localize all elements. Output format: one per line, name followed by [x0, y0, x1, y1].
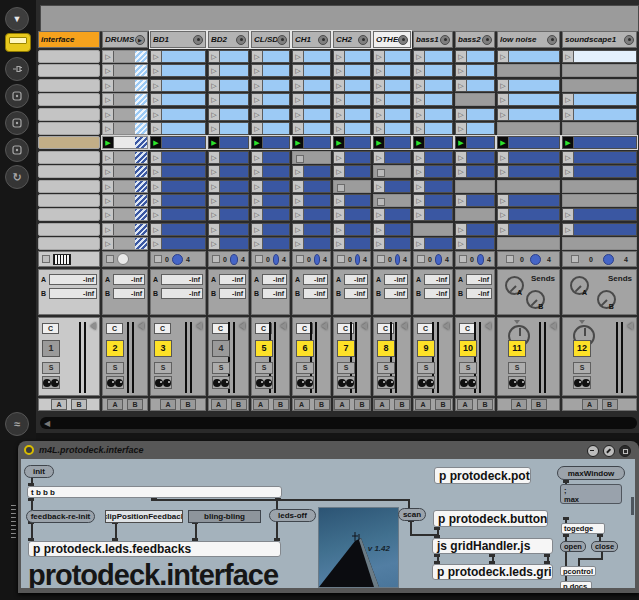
clip[interactable]: ▷	[103, 238, 147, 249]
send-a-value[interactable]: -inf	[113, 274, 145, 285]
clip-slot[interactable]	[292, 151, 331, 164]
clip-slot[interactable]: ▷	[208, 122, 249, 135]
clip-slot[interactable]: ▷	[102, 223, 148, 236]
clip-slot[interactable]	[373, 194, 411, 207]
clip-play-icon[interactable]: ▷	[414, 65, 425, 76]
clip-slot[interactable]	[38, 165, 100, 178]
clip[interactable]: ▷	[103, 152, 147, 163]
clip-play-icon[interactable]: ▷	[103, 123, 114, 134]
clip[interactable]: ▷	[209, 209, 248, 220]
clip[interactable]: ▷	[252, 224, 289, 235]
clip-slot[interactable]: ▷	[102, 93, 148, 106]
clip-play-icon[interactable]: ▷	[334, 195, 345, 206]
clip[interactable]: ▷	[209, 80, 248, 91]
clip-play-icon[interactable]: ▷	[103, 195, 114, 206]
clip-play-icon[interactable]: ▷	[334, 166, 345, 177]
clip-play-icon[interactable]: ▷	[456, 80, 467, 91]
patch-object-max-maxwindow[interactable]: ; max maxwindow	[560, 484, 622, 504]
send-b-value[interactable]: -inf	[219, 288, 246, 299]
volume-fader-handle[interactable]	[361, 322, 367, 330]
clip-slot[interactable]: ▷	[292, 208, 331, 221]
clip-slot[interactable]: ▷	[333, 64, 371, 77]
clip[interactable]: ▷	[334, 123, 370, 134]
clip[interactable]: ▷	[293, 181, 330, 192]
clip-play-icon[interactable]: ▷	[563, 166, 574, 177]
clip-slot[interactable]	[38, 108, 100, 121]
clip-slot[interactable]: ▷	[292, 223, 331, 236]
clip-slot[interactable]: ▷	[413, 165, 453, 178]
patch-object-togedge[interactable]: togedge	[561, 523, 605, 534]
clip-play-icon[interactable]: ▷	[374, 152, 385, 163]
clip[interactable]: ▷	[103, 224, 147, 235]
clip[interactable]: ▷	[209, 181, 248, 192]
track-header[interactable]: CL/SD	[251, 31, 290, 48]
pan-control[interactable]: C	[212, 323, 229, 334]
track-activator[interactable]: 9	[417, 340, 435, 357]
clip[interactable]: ▷	[498, 94, 559, 105]
clip-play-icon[interactable]: ▷	[151, 109, 162, 120]
clip-slot[interactable]: ▷	[413, 237, 453, 250]
clip-play-icon[interactable]: ▷	[334, 123, 345, 134]
arm-button[interactable]	[42, 376, 60, 389]
clip-slot[interactable]: ▷	[413, 64, 453, 77]
clip[interactable]: ▷	[151, 51, 205, 62]
solo-button[interactable]: S	[573, 362, 591, 374]
clip-slot[interactable]: ▷	[333, 194, 371, 207]
patch-object-leds-feedbacks[interactable]: p protodeck.leds.feedbacks	[28, 541, 281, 557]
crossfade-a-button[interactable]: A	[211, 399, 227, 410]
track-io-icon[interactable]	[236, 35, 246, 45]
clip-slot[interactable]: ▷	[208, 237, 249, 250]
file-browser-3-icon[interactable]	[5, 138, 29, 162]
save-button[interactable]	[619, 445, 631, 457]
clip[interactable]: ▷	[374, 181, 410, 192]
volume-fader-handle[interactable]	[485, 322, 491, 330]
track-header[interactable]: BD2	[208, 31, 249, 48]
patch-object-pots[interactable]: p protodeck.pots	[434, 467, 531, 484]
send-b-knob[interactable]: B	[597, 290, 616, 309]
clip-play-icon[interactable]: ▷	[334, 109, 345, 120]
send-b-knob[interactable]: B	[526, 290, 545, 309]
clip[interactable]: ▷	[498, 51, 559, 62]
clip-slot[interactable]: ▶	[333, 136, 371, 149]
clip-play-icon[interactable]: ▷	[252, 65, 263, 76]
clip[interactable]: ▷	[293, 94, 330, 105]
track-activator[interactable]: 1	[42, 340, 60, 357]
crossfade-a-button[interactable]: A	[107, 399, 123, 410]
clip[interactable]: ▷	[334, 51, 370, 62]
send-a-knob[interactable]: A	[505, 276, 524, 295]
clip[interactable]: ▷	[209, 166, 248, 177]
crossfade-b-button[interactable]: B	[71, 399, 87, 410]
clip[interactable]: ▶	[103, 137, 147, 148]
clip-slot[interactable]: ▷	[150, 50, 206, 63]
clip-play-icon[interactable]: ▷	[374, 51, 385, 62]
clip[interactable]: ▶	[414, 137, 452, 148]
clip[interactable]: ▷	[456, 166, 494, 177]
clip-play-icon[interactable]: ▷	[498, 209, 509, 220]
clip-slot[interactable]: ▷	[251, 108, 290, 121]
clip-slot[interactable]: ▶	[251, 136, 290, 149]
clip[interactable]: ▷	[293, 166, 330, 177]
clip-play-icon[interactable]: ▷	[252, 80, 263, 91]
clip-play-icon[interactable]: ▷	[209, 238, 220, 249]
clip[interactable]: ▷	[209, 224, 248, 235]
clip-play-icon[interactable]: ▷	[456, 238, 467, 249]
clip-play-icon[interactable]: ▷	[293, 224, 304, 235]
clip-play-icon[interactable]: ▷	[293, 195, 304, 206]
patch-object-tbbb[interactable]: t b b b	[27, 486, 282, 498]
volume-fader-handle[interactable]	[550, 322, 556, 330]
clip-slot[interactable]	[455, 180, 495, 193]
send-a-value[interactable]: -inf	[262, 274, 287, 285]
clip-slot[interactable]: ▷	[292, 108, 331, 121]
track-activator[interactable]: 6	[296, 340, 314, 357]
clip[interactable]: ▷	[252, 94, 289, 105]
clip[interactable]: ▷	[374, 209, 410, 220]
clip[interactable]: ▷	[151, 209, 205, 220]
crossfade-a-button[interactable]: A	[51, 399, 67, 410]
clip-play-icon[interactable]: ▷	[209, 152, 220, 163]
clip-slot[interactable]: ▷	[562, 165, 637, 178]
clip-slot[interactable]: ▷	[208, 93, 249, 106]
clip-slot[interactable]: ▷	[150, 165, 206, 178]
clip-slot[interactable]: ▷	[150, 180, 206, 193]
clip-slot[interactable]: ▷	[251, 50, 290, 63]
clip-slot[interactable]: ▶	[413, 136, 453, 149]
